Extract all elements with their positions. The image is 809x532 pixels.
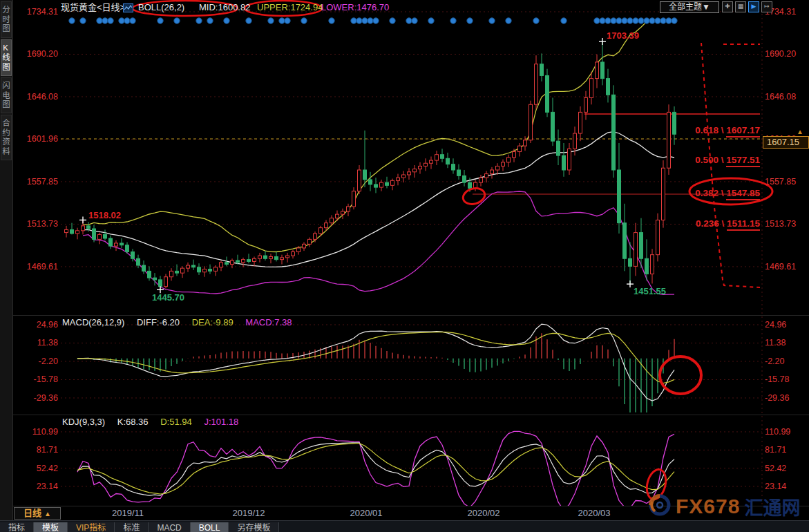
theme-selector[interactable]: 全部主题▼ [660,1,719,13]
fib-level-0.382: 0.382 \ 1547.85 [674,188,760,198]
date-axis-label: 2020/03 [578,508,611,518]
period-selector[interactable]: 日线▲ [14,507,61,520]
date-axis-label: 2019/11 [112,508,144,518]
kdj-axis-tick-right: 110.99 [765,427,790,437]
toolbar-tab-1[interactable]: 指标 [0,522,34,532]
extreme-price-label: 1518.02 [88,210,121,220]
fib-text: 0.618 \ [695,125,726,135]
fib-text: 0.382 \ [695,188,726,198]
crosshair-tool-icon[interactable]: ✚ [722,1,733,12]
play-forward-icon[interactable]: ▶ [748,1,759,12]
fx678-watermark: FX678 汇通网 [647,492,800,521]
current-price-tag: 1607.15 [763,136,809,149]
price-axis-tick-left: 1690.20 [14,49,58,59]
kdj-axis-tick-left: 81.71 [14,445,58,455]
toolbar-tab-5[interactable]: MACD [149,522,190,532]
boll-upper-value: UPPER:1724.94 [257,1,323,14]
kdj-axis-tick-right: 52.42 [765,464,786,473]
toolbar-tab-3[interactable]: VIP指标 [68,522,115,532]
date-axis-label: 2020/01 [350,508,383,518]
kdj-axis-tick-right: 23.14 [765,482,786,491]
toolbar-tab-2[interactable]: 模板 [34,522,68,532]
kdj-axis-tick-right: 81.71 [765,445,786,455]
kdj-axis-tick-left: 52.42 [14,464,58,473]
macd-title: MACD(26,12,9) [62,317,124,327]
sidebar-tab-2[interactable]: K线图 [1,39,12,76]
price-axis-tick-left: 1469.61 [14,262,58,272]
macd-axis-tick-right: -15.78 [765,374,789,384]
fx678-brand-text: FX678 [676,495,740,518]
fib-text: 0.236 \ [696,218,727,229]
price-axis-tick-right: 1690.20 [765,49,796,59]
kdj-d-value: D:51.94 [160,417,192,427]
kdj-header: KDJ(9,3,3) K:68.36 D:51.94 J:101.18 [62,417,248,428]
extreme-price-label: 1445.70 [152,292,184,303]
price-axis-tick-left: 1513.73 [14,219,58,229]
fib-text: 1547.85 [726,188,760,200]
trading-app-window: 分时图K线图闪电图合约资料 现货黄金<日线> BOLL(26,2) MID:16… [0,0,809,532]
macd-axis-tick-right: 24.96 [765,320,786,330]
kdj-axis-tick-left: 23.14 [14,482,58,491]
fib-level-0.236: 0.236 \ 1511.15 [674,218,760,229]
date-axis-label: 2019/12 [233,508,265,518]
macd-axis-tick-right: 11.38 [765,338,786,348]
sidebar-tab-4[interactable]: 合约资料 [1,115,12,160]
boll-lower-value: LOWER:1476.70 [321,1,389,14]
macd-axis-tick-right: -2.20 [765,357,785,366]
sidebar-tab-1[interactable]: 分时图 [1,1,12,38]
price-axis-tick-right: 1513.73 [765,219,796,229]
boll-mid-value: MID:1600.82 [199,1,250,14]
sidebar-tab-3[interactable]: 闪电图 [1,77,12,114]
fib-level-0.500: 0.500 \ 1577.51 [674,155,760,165]
price-axis-tick-left: 1557.85 [14,177,58,187]
kdj-title: KDJ(9,3,3) [62,417,105,427]
price-axis-tick-right: 1646.08 [765,92,796,102]
period-label: 日线 [23,508,41,518]
extreme-price-label: 1451.55 [634,286,666,296]
bottom-toolbar: 指标模板VIP指标标准MACDBOLL另存模板 [0,520,809,532]
symbol-title: 现货黄金<日线> [61,1,125,14]
price-axis-tick-left: 1601.96 [14,134,58,144]
fx678-logo-icon [647,492,673,521]
toolbar-tab-4[interactable]: 标准 [115,522,149,532]
huitong-site-text: 汇通网 [744,493,800,520]
toolbar-tab-7[interactable]: 另存模板 [229,522,279,532]
toolbar-tab-6[interactable]: BOLL [191,522,229,532]
fib-text: 0.500 \ [695,155,726,165]
macd-axis-tick-left: -15.78 [14,374,58,384]
price-axis-tick-left: 1646.08 [14,92,58,102]
exit-right-icon[interactable]: ↦ [761,1,772,12]
kline-icon[interactable] [123,3,133,16]
macd-axis-tick-left: -2.20 [14,357,58,366]
macd-axis-tick-left: -29.36 [14,393,58,403]
boll-param-label: BOLL(26,2) [138,1,184,14]
price-axis-tick-left: 1734.31 [14,7,58,17]
price-axis-tick-right: 1557.85 [765,177,796,187]
fib-text: 1511.15 [727,218,760,231]
extreme-price-label: 1703.39 [607,30,639,41]
macd-dea-value: DEA:-9.89 [192,317,234,327]
kdj-j-value: J:101.18 [204,417,238,427]
macd-axis-tick-left: 24.96 [14,320,58,330]
macd-diff-value: DIFF:-6.20 [137,317,180,327]
price-axis-tick-right: 1469.61 [765,262,796,272]
macd-header: MACD(26,12,9) DIFF:-6.20 DEA:-9.89 MACD:… [62,317,302,328]
macd-axis-tick-right: -29.36 [765,393,789,403]
fib-level-0.618: 0.618 \ 1607.17 [674,125,760,135]
kdj-k-value: K:68.36 [117,417,149,427]
date-axis-label: 2020/02 [468,508,500,518]
price-tag-arrow-icon: ▲ [797,128,803,135]
fib-text: 1577.51 [726,155,760,167]
kdj-axis-tick-left: 110.99 [14,427,58,437]
axis-settings-icon[interactable]: ▦ [735,1,746,12]
macd-bar-value: MACD:7.38 [245,317,292,327]
macd-axis-tick-left: 11.38 [14,338,58,348]
fib-text: 1607.17 [726,125,760,137]
left-sidebar: 分时图K线图闪电图合约资料 [0,0,13,532]
chart-tool-buttons: ✚▦▶↦ [722,1,772,12]
period-arrow-icon: ▲ [44,510,51,517]
chart-canvas[interactable] [0,0,809,532]
